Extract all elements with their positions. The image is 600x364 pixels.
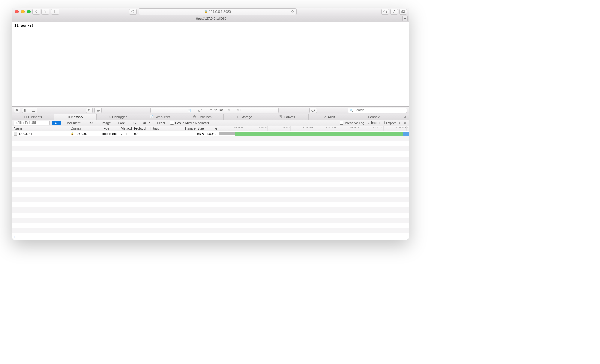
console-drawer[interactable]: › — [12, 234, 409, 240]
doc-icon: 📄 — [188, 109, 191, 112]
tab-audit[interactable]: ✔︎Audit — [309, 114, 351, 120]
group-media-checkbox[interactable]: Group Media Requests — [170, 121, 209, 125]
export-icon: ⤴ — [383, 121, 385, 125]
reload-icon[interactable]: ⟳ — [291, 10, 294, 13]
tabs-overview-button[interactable] — [399, 9, 407, 15]
tab-network[interactable]: ⊕Network — [54, 114, 97, 120]
tab-elements[interactable]: ◫Elements — [12, 114, 54, 120]
cell-method: GET — [119, 131, 132, 136]
cell-name: 127.0.0.1 — [19, 132, 32, 136]
col-transfer[interactable]: Transfer Size — [178, 126, 206, 131]
downloads-button[interactable] — [381, 9, 389, 15]
filter-document[interactable]: Document — [63, 121, 83, 125]
table-row[interactable]: 127.0.0.1🔒127.0.0.1documentGETh2—63 B4.0… — [12, 131, 409, 136]
group-media-input[interactable] — [170, 121, 174, 125]
dock-left-button[interactable] — [22, 108, 30, 113]
filter-image[interactable]: Image — [99, 121, 113, 125]
sidebar-toggle-button[interactable] — [51, 9, 59, 15]
svg-rect-0 — [53, 10, 57, 13]
table-body: 127.0.0.1🔒127.0.0.1documentGETh2—63 B4.0… — [12, 131, 409, 233]
filter-css[interactable]: CSS — [85, 121, 97, 125]
share-button[interactable] — [390, 9, 398, 15]
resources-icon: 📄 — [150, 115, 153, 118]
debugger-icon: ⌁ — [109, 115, 111, 118]
table-header-row: Name Domain Type Method Protocol Initiat… — [12, 126, 409, 131]
inspector-status-bar: 📄 1 △ 9 B ⏱ 22.5ms ⊘ 0 ⊘ 0 — [150, 108, 279, 113]
table-row — [12, 151, 409, 157]
tab-console[interactable]: ›_Console — [351, 114, 393, 120]
col-initiator[interactable]: Initiator — [148, 126, 178, 131]
pick-element-button[interactable] — [309, 108, 317, 113]
dock-bottom-button[interactable] — [30, 108, 38, 113]
waterfall-tick: 2.500ms — [314, 126, 337, 131]
tab-timelines[interactable]: ⏱Timelines — [182, 114, 224, 120]
minimize-window-button[interactable] — [21, 10, 25, 13]
tab-storage[interactable]: ⌸Storage — [224, 114, 266, 120]
new-tab-button[interactable]: + — [402, 16, 408, 21]
summary-5xx: 0 — [240, 109, 242, 112]
summary-time: 22.5ms — [214, 109, 224, 112]
weight-icon: △ — [198, 109, 200, 112]
filter-url-input[interactable] — [18, 121, 56, 124]
inspector-toolbar: ✕ ⟳ 📄 1 △ 9 B — [12, 107, 409, 114]
filter-xhr[interactable]: XHR — [140, 121, 152, 125]
col-method[interactable]: Method — [119, 126, 132, 131]
canvas-icon: 🖼 — [279, 115, 282, 118]
privacy-report-button[interactable] — [129, 9, 137, 15]
preserve-log-checkbox[interactable]: Preserve Log — [340, 121, 364, 125]
timelines-icon: ⏱ — [193, 115, 196, 118]
network-icon: ⊕ — [68, 115, 70, 118]
reload-ignore-cache-button[interactable]: ⟳ — [86, 108, 93, 113]
zoom-window-button[interactable] — [27, 10, 31, 13]
filter-font[interactable]: Font — [116, 121, 127, 125]
preserve-log-input[interactable] — [340, 121, 344, 125]
col-time[interactable]: Time — [206, 126, 219, 131]
close-inspector-button[interactable]: ✕ — [14, 108, 20, 113]
cell-waterfall — [219, 131, 409, 136]
tab-resources[interactable]: 📄Resources — [139, 114, 182, 120]
table-row — [12, 197, 409, 202]
filter-js[interactable]: JS — [130, 121, 138, 125]
close-window-button[interactable] — [15, 10, 19, 13]
filter-other[interactable]: Other — [155, 121, 168, 125]
svg-rect-8 — [32, 111, 35, 112]
col-domain[interactable]: Domain — [69, 126, 100, 131]
tab-canvas[interactable]: 🖼Canvas — [266, 114, 308, 120]
col-protocol[interactable]: Protocol — [132, 126, 148, 131]
clear-overrides-icon[interactable]: ⌀ — [399, 121, 401, 125]
tab-label: Resources — [155, 115, 171, 119]
tab-add[interactable]: ＋ — [393, 114, 401, 120]
titlebar: 🔒 127.0.0.1:8080 ⟳ — [12, 8, 409, 15]
web-inspector: ✕ ⟳ 📄 1 △ 9 B — [12, 106, 409, 240]
table-row — [12, 182, 409, 187]
col-waterfall[interactable]: 0.500ms1.000ms1.500ms2.000ms2.500ms3.000… — [219, 126, 409, 131]
tab-settings[interactable]: ⚙ — [401, 114, 409, 120]
col-type[interactable]: Type — [100, 126, 119, 131]
trash-icon[interactable]: 🗑 — [404, 121, 407, 125]
audit-icon: ✔︎ — [324, 115, 326, 118]
tab-label: Elements — [28, 115, 42, 119]
import-har-button[interactable]: ⤓ Import — [368, 121, 380, 125]
network-grid[interactable]: Name Domain Type Method Protocol Initiat… — [12, 126, 409, 234]
console-icon: ›_ — [364, 115, 367, 118]
export-har-button[interactable]: ⤴ Export — [383, 121, 396, 125]
cell-initiator: — — [148, 131, 178, 136]
waterfall-tick: 1.500ms — [268, 126, 291, 131]
address-bar-text: 127.0.0.1:8080 — [209, 10, 231, 13]
network-filter-bar: ⌕ All Document CSS Image Font JS XHR Oth… — [12, 120, 409, 126]
storage-icon: ⌸ — [237, 115, 239, 118]
address-bar[interactable]: 🔒 127.0.0.1:8080 ⟳ — [139, 8, 297, 15]
forward-button[interactable] — [41, 9, 49, 15]
back-button[interactable] — [32, 9, 40, 15]
table-row — [12, 207, 409, 213]
cell-time: 4.00ms — [206, 131, 219, 136]
tab-title[interactable]: https://127.0.0.1:8080 — [194, 17, 226, 20]
document-icon — [14, 132, 17, 136]
inspector-search[interactable]: 🔍 — [348, 108, 407, 113]
tab-label: Console — [368, 115, 380, 119]
filter-url-field[interactable]: ⌕ — [14, 121, 50, 125]
download-snapshot-button[interactable] — [94, 108, 102, 113]
tab-debugger[interactable]: ⌁Debugger — [97, 114, 139, 120]
inspector-search-input[interactable] — [355, 109, 405, 112]
col-name[interactable]: Name — [12, 126, 69, 131]
